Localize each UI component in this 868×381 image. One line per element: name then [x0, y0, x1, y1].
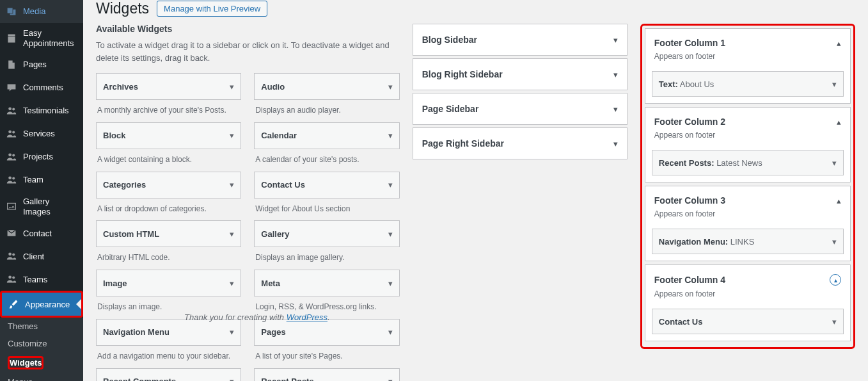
footer-widget-label: Recent Posts: Latest News [659, 158, 762, 168]
chevron-down-icon: ▾ [230, 82, 234, 92]
chevron-down-icon: ▾ [388, 82, 393, 92]
footer-column-3: Footer Column 3 ▴ Appears on footer Navi… [645, 186, 851, 261]
sidebar-area-page-right-sidebar[interactable]: Page Right Sidebar▾ [413, 127, 627, 159]
footer-widget-item[interactable]: Text: About Us ▾ [652, 71, 844, 97]
sidebar-item-label: Pages [23, 60, 47, 70]
sidebar-item-easy-appointments[interactable]: Easy Appointments [0, 23, 83, 53]
chevron-down-icon: ▾ [230, 229, 234, 239]
sidebar-item-media[interactable]: Media [0, 0, 83, 23]
area-name: Page Right Sidebar [422, 138, 504, 149]
svg-point-1 [12, 108, 15, 111]
mail-icon [5, 227, 18, 239]
chevron-down-icon: ▾ [388, 279, 393, 288]
sidebar-item-projects[interactable]: Projects [0, 145, 83, 168]
chevron-down-icon: ▾ [230, 180, 234, 190]
footer-column-desc: Appears on footer [645, 289, 850, 304]
calendar-icon [5, 32, 18, 45]
available-widget-recent-posts[interactable]: Recent Posts ▾ [254, 368, 399, 381]
chevron-down-icon: ▾ [388, 229, 393, 239]
sidebar-item-label: Teams [23, 275, 47, 285]
widget-name: Calendar [261, 131, 297, 140]
available-widget-block[interactable]: Block ▾ [96, 122, 241, 149]
footer-column-header[interactable]: Footer Column 1 ▴ [645, 29, 850, 52]
footer-column-header[interactable]: Footer Column 2 ▴ [645, 108, 850, 131]
sidebar-item-comments[interactable]: Comments [0, 76, 83, 99]
sidebar-area-blog-sidebar[interactable]: Blog Sidebar▾ [413, 24, 627, 56]
footer-column-header[interactable]: Footer Column 4 ▴ [645, 265, 850, 289]
widget-desc: Displays an image. [96, 296, 241, 312]
footer-column-header[interactable]: Footer Column 3 ▴ [645, 186, 850, 209]
sidebar-item-client[interactable]: Client [0, 245, 83, 268]
available-widget-audio[interactable]: Audio ▾ [254, 73, 399, 100]
svg-point-0 [8, 108, 12, 111]
available-widget-custom-html[interactable]: Custom HTML ▾ [96, 220, 241, 247]
available-widget-calendar[interactable]: Calendar ▾ [254, 122, 399, 149]
footer-widget-item[interactable]: Recent Posts: Latest News ▾ [652, 150, 844, 175]
footer-column-1: Footer Column 1 ▴ Appears on footer Text… [645, 28, 851, 104]
wordpress-link[interactable]: WordPress [287, 312, 327, 322]
brush-icon [7, 298, 20, 311]
available-widget-contact-us[interactable]: Contact Us ▾ [254, 172, 399, 199]
chevron-down-icon: ▾ [832, 237, 837, 247]
svg-point-6 [8, 177, 12, 180]
available-widget-navigation-menu[interactable]: Navigation Menu ▾ [96, 319, 241, 346]
people-icon [5, 174, 18, 186]
svg-point-2 [8, 131, 12, 134]
chevron-up-circle-icon[interactable]: ▴ [830, 274, 841, 286]
sidebar-item-pages[interactable]: Pages [0, 53, 83, 76]
sidebar-item-label: Comments [23, 83, 63, 93]
sidebar-item-label: Media [23, 6, 45, 17]
available-widget-gallery[interactable]: Gallery ▾ [254, 220, 399, 247]
chevron-up-icon[interactable]: ▴ [837, 117, 841, 127]
manage-live-preview-button[interactable]: Manage with Live Preview [157, 1, 267, 17]
chevron-down-icon: ▾ [832, 79, 837, 89]
chevron-up-icon[interactable]: ▴ [837, 38, 841, 48]
sidebar-item-label: Services [23, 129, 55, 139]
widget-name: Block [103, 131, 125, 140]
footer-column-name: Footer Column 2 [654, 117, 725, 127]
sidebar-area-blog-right-sidebar[interactable]: Blog Right Sidebar▾ [413, 58, 627, 90]
available-widget-image[interactable]: Image ▾ [96, 270, 241, 296]
widget-name: Navigation Menu [103, 327, 170, 337]
chevron-down-icon: ▾ [613, 139, 618, 149]
widget-name: Pages [261, 327, 285, 337]
submenu-widgets[interactable]: Widgets [0, 352, 83, 373]
sidebar-item-appearance[interactable]: Appearance [2, 293, 81, 316]
available-widget-archives[interactable]: Archives ▾ [96, 73, 241, 100]
widget-name: Contact Us [261, 180, 305, 190]
sidebar-item-team[interactable]: Team [0, 168, 83, 191]
sidebar-item-testimonials[interactable]: Testimonials [0, 99, 83, 122]
widget-desc: Displays an image gallery. [254, 247, 399, 263]
widget-name: Recent Posts [261, 377, 313, 381]
footer-widget-label: Contact Us [659, 317, 703, 327]
footer-widget-label: Navigation Menu: LINKS [659, 237, 755, 247]
available-widget-recent-comments[interactable]: Recent Comments ▾ [96, 368, 241, 381]
available-widgets-desc: To activate a widget drag it to a sideba… [96, 39, 400, 64]
area-name: Blog Sidebar [422, 35, 477, 45]
svg-point-5 [12, 154, 15, 157]
available-widget-pages[interactable]: Pages ▾ [254, 319, 399, 346]
sidebar-item-services[interactable]: Services [0, 122, 83, 145]
available-widget-meta[interactable]: Meta ▾ [254, 270, 399, 296]
sidebar-item-teams[interactable]: Teams [0, 268, 83, 291]
people-icon [5, 104, 18, 117]
available-widget-categories[interactable]: Categories ▾ [96, 172, 241, 199]
gallery-icon [5, 200, 18, 213]
sidebar-item-contact[interactable]: Contact [0, 222, 83, 245]
widget-desc: A widget containing a block. [96, 149, 241, 165]
sidebar-item-gallery-images[interactable]: Gallery Images [0, 191, 83, 222]
chevron-up-icon[interactable]: ▴ [837, 196, 841, 206]
footer-widget-label: Text: About Us [659, 79, 714, 89]
widget-desc: A list or dropdown of categories. [96, 199, 241, 215]
chevron-down-icon: ▾ [388, 131, 393, 140]
widget-desc: A monthly archive of your site's Posts. [96, 100, 241, 116]
footer-column-2: Footer Column 2 ▴ Appears on footer Rece… [645, 107, 851, 182]
sidebar-area-page-sidebar[interactable]: Page Sidebar▾ [413, 93, 627, 125]
footer-widget-item[interactable]: Navigation Menu: LINKS ▾ [652, 229, 844, 254]
chevron-down-icon: ▾ [388, 377, 393, 381]
submenu-customize[interactable]: Customize [0, 335, 83, 352]
page-icon [5, 58, 18, 71]
footer-widget-item[interactable]: Contact Us ▾ [652, 309, 844, 334]
submenu-themes[interactable]: Themes [0, 318, 83, 335]
submenu-menus[interactable]: Menus [0, 373, 83, 381]
